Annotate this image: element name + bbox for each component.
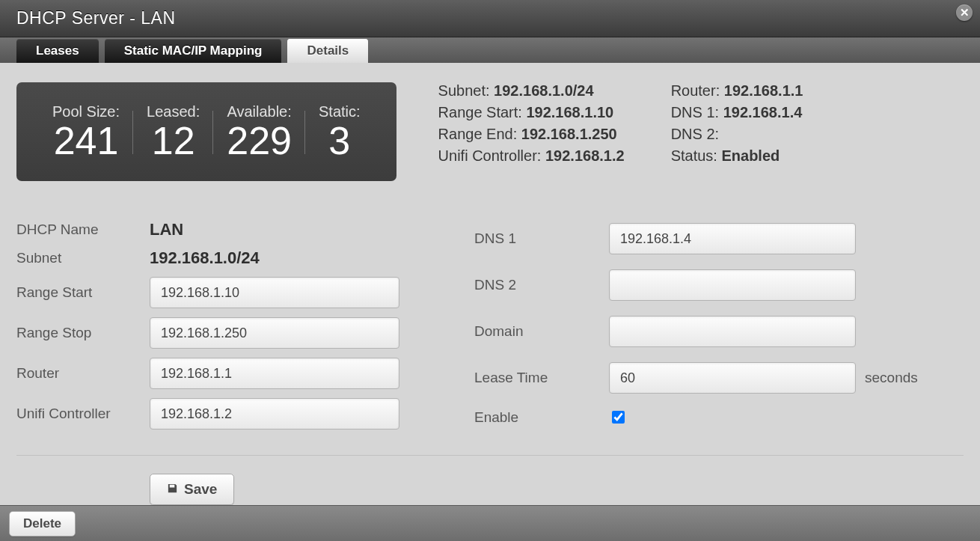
info-label: Range Start: [438, 104, 522, 120]
label-seconds: seconds [856, 370, 918, 386]
stat-label: Leased: [147, 103, 200, 120]
label-domain: Domain [474, 323, 609, 340]
form-area: DHCP Name LAN Subnet 192.168.1.0/24 Rang… [16, 220, 964, 430]
input-domain[interactable] [609, 316, 856, 347]
value-subnet: 192.168.1.0/24 [150, 248, 399, 268]
save-button[interactable]: Save [150, 474, 234, 505]
input-range-stop[interactable] [150, 317, 399, 349]
stat-label: Static: [319, 103, 361, 120]
enable-cell [609, 409, 856, 427]
info-range-start: Range Start: 192.168.1.10 [438, 104, 625, 121]
info-label: DNS 2: [671, 126, 719, 142]
info-col-right: Router: 192.168.1.1 DNS 1: 192.168.1.4 D… [671, 82, 803, 165]
tab-details[interactable]: Details [287, 39, 368, 63]
info-value: 192.168.1.250 [521, 126, 617, 142]
info-label: Router: [671, 82, 720, 99]
label-lease-time: Lease Time [474, 370, 609, 386]
stat-value: 3 [328, 120, 350, 162]
value-dhcp-name: LAN [150, 220, 399, 239]
stat-leased: Leased: 12 [133, 103, 213, 162]
info-unifi: Unifi Controller: 192.168.1.2 [438, 147, 625, 165]
label-dhcp-name: DHCP Name [16, 221, 150, 238]
stat-label: Pool Size: [52, 103, 120, 120]
window-title: DHCP Server - LAN [16, 8, 176, 28]
label-dns2: DNS 2 [474, 277, 609, 293]
save-row: Save [16, 474, 964, 505]
info-label: Subnet: [438, 82, 490, 99]
label-range-start: Range Start [16, 284, 150, 301]
input-dns2[interactable] [609, 269, 856, 301]
stat-value: 241 [54, 120, 119, 162]
tab-static-mac-ip[interactable]: Static MAC/IP Mapping [105, 39, 282, 63]
content: Pool Size: 241 Leased: 12 Available: 229… [0, 63, 980, 505]
label-router: Router [16, 365, 150, 382]
info-range-end: Range End: 192.168.1.250 [438, 126, 625, 143]
separator [16, 455, 964, 456]
input-lease-time[interactable] [609, 362, 856, 394]
tab-leases[interactable]: Leases [16, 39, 99, 63]
stat-static: Static: 3 [305, 103, 374, 162]
input-unifi[interactable] [150, 398, 399, 430]
form-col-right: DNS 1 DNS 2 Domain Lease Time seconds En… [474, 220, 918, 430]
stat-pool-size: Pool Size: 241 [39, 103, 133, 162]
info-label: Range End: [438, 126, 518, 142]
label-unifi: Unifi Controller [16, 406, 150, 422]
info-status: Status: Enabled [671, 147, 803, 165]
info-dns2: DNS 2: [671, 126, 803, 143]
label-dns1: DNS 1 [474, 230, 609, 247]
label-enable: Enable [474, 409, 609, 426]
info-columns: Subnet: 192.168.1.0/24 Range Start: 192.… [438, 82, 964, 181]
checkbox-enable[interactable] [612, 411, 625, 424]
info-label: DNS 1: [671, 104, 719, 120]
stat-value: 12 [152, 120, 195, 162]
info-label: Status: [671, 147, 717, 164]
input-dns1[interactable] [609, 223, 856, 254]
stats-row: Pool Size: 241 Leased: 12 Available: 229… [16, 82, 964, 181]
stat-label: Available: [227, 103, 291, 120]
info-value: Enabled [721, 147, 780, 164]
info-value: 192.168.1.10 [526, 104, 613, 120]
input-router[interactable] [150, 358, 399, 389]
form-col-left: DHCP Name LAN Subnet 192.168.1.0/24 Rang… [16, 220, 399, 430]
delete-button[interactable]: Delete [9, 511, 76, 537]
tab-strip: Leases Static MAC/IP Mapping Details [0, 37, 980, 63]
footer-bar: Delete [0, 505, 980, 541]
info-col-left: Subnet: 192.168.1.0/24 Range Start: 192.… [438, 82, 625, 165]
info-value: 192.168.1.0/24 [494, 82, 593, 99]
close-icon[interactable]: ✕ [956, 4, 973, 21]
label-range-stop: Range Stop [16, 325, 150, 341]
info-value: 192.168.1.4 [723, 104, 803, 120]
stats-panel: Pool Size: 241 Leased: 12 Available: 229… [16, 82, 396, 181]
save-button-label: Save [184, 481, 217, 498]
stat-value: 229 [227, 120, 292, 162]
info-dns1: DNS 1: 192.168.1.4 [671, 104, 803, 121]
label-subnet: Subnet [16, 250, 150, 266]
info-value: 192.168.1.2 [545, 147, 625, 164]
info-label: Unifi Controller: [438, 147, 542, 164]
info-router: Router: 192.168.1.1 [671, 82, 803, 100]
stat-available: Available: 229 [213, 103, 305, 162]
info-value: 192.168.1.1 [724, 82, 803, 99]
input-range-start[interactable] [150, 277, 399, 308]
titlebar: DHCP Server - LAN ✕ [0, 0, 980, 37]
delete-button-label: Delete [23, 516, 61, 531]
info-subnet: Subnet: 192.168.1.0/24 [438, 82, 625, 100]
save-icon [167, 481, 178, 498]
